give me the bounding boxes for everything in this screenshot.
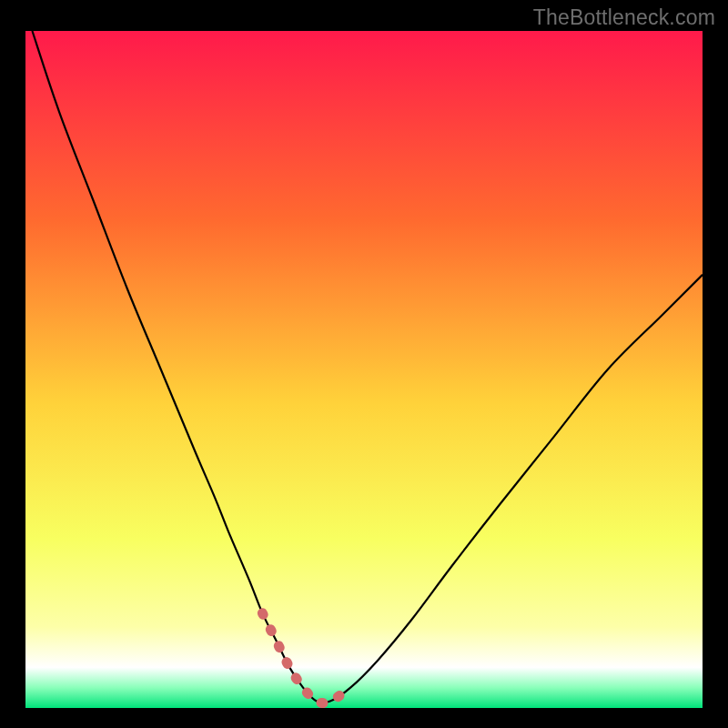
plot-area <box>25 31 703 708</box>
chart-svg <box>25 31 703 708</box>
watermark-text: TheBottleneck.com <box>533 5 715 30</box>
gradient-background <box>25 31 703 708</box>
chart-frame: TheBottleneck.com <box>0 0 728 728</box>
